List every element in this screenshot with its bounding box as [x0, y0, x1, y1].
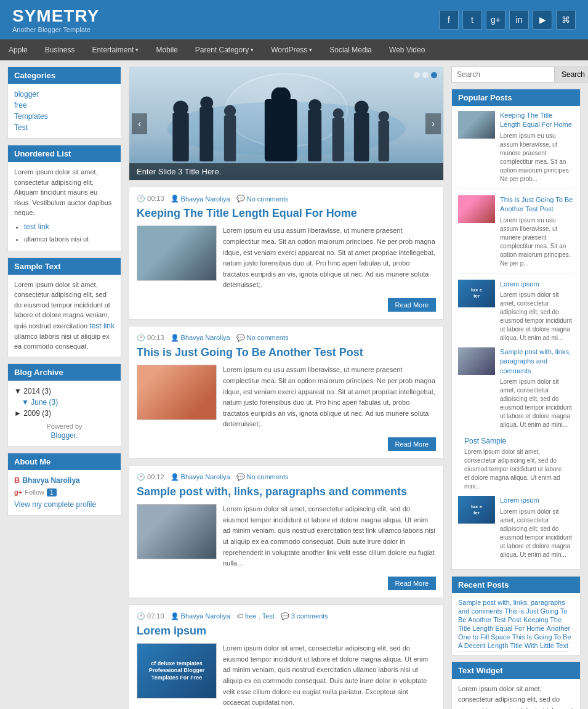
nav-entertaiment[interactable]: Entertaiment ▾: [83, 39, 147, 60]
blog-archive-body: ▼ 2014 (3) ▼ June (3) ► 2009 (3) Powered…: [8, 381, 121, 446]
view-profile-link[interactable]: View my complete profile: [14, 499, 115, 510]
post-2-time: 🕐 00:13: [137, 334, 164, 342]
svg-point-8: [271, 87, 291, 106]
post-4-title-link[interactable]: Lorem ipsum: [137, 625, 206, 637]
follow-count: 1: [47, 488, 57, 496]
post-sample-text: Lorem ipsum dolor sit amet, consectetur …: [464, 448, 568, 491]
lux-content-2: Sample post with, links, paragraphs and …: [500, 347, 574, 429]
post-1-excerpt: Lorem ipsum eu usu assum liberavisse, ut…: [223, 225, 436, 312]
category-blogger[interactable]: blogger: [14, 89, 115, 100]
category-test[interactable]: Test: [14, 122, 115, 133]
nav-apple[interactable]: Apple: [0, 39, 36, 60]
text-widget: Text Widget Lorem ipsum dolor sit amet, …: [451, 662, 581, 709]
slider-next-button[interactable]: ›: [425, 113, 441, 134]
slider-prev-button[interactable]: ‹: [132, 113, 147, 134]
image-slider: ‹ › Enter Slide 3 Title Here.: [129, 67, 444, 180]
svg-point-12: [333, 108, 344, 120]
about-me-title: About Me: [8, 453, 121, 470]
post-3-excerpt: Lorem ipsum dolor sit amet, consectetur …: [223, 504, 436, 590]
popular-post-1-thumb: [458, 111, 495, 139]
post-1: 🕐 00:13 👤 Bhavya Naroliya 💬 No comments …: [129, 187, 444, 320]
slider-dots: [414, 72, 437, 78]
ul-item-1[interactable]: test link: [24, 221, 49, 232]
lux-title-1: Lorem ipsum: [500, 280, 574, 289]
nav-mobile[interactable]: Mobile: [147, 39, 186, 60]
unordered-list-widget: Unordered List Lorem ipsum dolor sit ame…: [7, 145, 121, 251]
slider-dot-2[interactable]: [422, 72, 429, 78]
post-3-meta: 🕐 00:12 👤 Bhavya Naroliya 💬 No comments: [137, 473, 436, 481]
search-input[interactable]: [451, 67, 555, 83]
sidebar-left: Categories blogger free Templates Test U…: [7, 67, 121, 709]
post-1-title-link[interactable]: Keeping The Title Length Equal For Home: [137, 207, 357, 219]
lux-text-3: Lorem ipsum dolor sit amet, consectetur …: [500, 508, 574, 559]
social-icons-bar: f t g+ in ▶ ⌘: [439, 10, 576, 30]
blogger-link[interactable]: Blogger.: [14, 430, 115, 441]
archive-2009[interactable]: ► 2009 (3): [14, 408, 115, 419]
popular-posts-title: Popular Posts: [452, 89, 580, 106]
rss-icon[interactable]: ⌘: [556, 10, 576, 30]
popular-post-2-content: This is Just Going To Be Another Test Po…: [500, 195, 574, 268]
post-2-thumbnail: [137, 365, 217, 420]
search-button[interactable]: Search: [555, 67, 588, 83]
sample-text-left-content: Lorem ipsum dolor sit amet, consectetur …: [14, 280, 115, 352]
post-3: 🕐 00:12 👤 Bhavya Naroliya 💬 No comments …: [129, 465, 444, 598]
youtube-icon[interactable]: ▶: [533, 10, 552, 30]
post-4-body: cf deluxe templatesProfessional BloggerT…: [137, 643, 436, 709]
linkedin-icon[interactable]: in: [509, 10, 529, 30]
nav-social-media[interactable]: Social Media: [321, 39, 381, 60]
post-2-body: Lorem ipsum eu usu assum liberavisse, ut…: [137, 365, 436, 451]
about-me-name-link[interactable]: Bhavya Naroliya: [22, 475, 79, 486]
svg-rect-9: [308, 110, 321, 161]
nav-wordpress[interactable]: WordPress ▾: [262, 39, 321, 60]
archive-june[interactable]: ▼ June (3): [14, 397, 115, 408]
recent-posts-widget: Recent Posts Sample post with, links, pa…: [451, 576, 581, 655]
post-1-meta: 🕐 00:13 👤 Bhavya Naroliya 💬 No comments: [137, 195, 436, 203]
post-1-author: 👤 Bhavya Naroliya: [171, 195, 230, 203]
follow-label: Follow: [25, 488, 44, 496]
about-me-widget: About Me B Bhavya Naroliya g+ Follow 1 V…: [7, 453, 121, 516]
archive-2014[interactable]: ▼ 2014 (3): [14, 386, 115, 397]
unordered-list-text: Lorem ipsum dolor sit amet, consectetur …: [14, 167, 115, 218]
nav-parent-category[interactable]: Parent Category ▾: [187, 39, 262, 60]
nav-business[interactable]: Business: [36, 39, 84, 60]
lux-title-2: Sample post with, links, paragraphs and …: [500, 347, 574, 376]
post-1-read-more[interactable]: Read More: [388, 298, 436, 312]
category-templates[interactable]: Templates: [14, 111, 115, 122]
post-2-title-link[interactable]: This is Just Going To Be Another Test Po…: [137, 346, 363, 359]
post-3-title-link[interactable]: Sample post with, links, paragraphs and …: [137, 485, 407, 498]
twitter-icon[interactable]: t: [462, 10, 482, 30]
slider-dot-3[interactable]: [431, 72, 437, 78]
post-4-thumbnail: cf deluxe templatesProfessional BloggerT…: [137, 643, 217, 699]
lux-text-2: Lorem ipsum dolor sit amet, consectetur …: [500, 378, 574, 429]
post-3-author: 👤 Bhavya Naroliya: [171, 473, 230, 481]
post-2-meta: 🕐 00:13 👤 Bhavya Naroliya 💬 No comments: [137, 334, 436, 342]
sidebar-right: Search Popular Posts Keeping The Title L…: [451, 67, 581, 709]
silhouettes-svg: [129, 87, 443, 161]
svg-rect-15: [378, 121, 389, 161]
blog-archive-widget: Blog Archive ▼ 2014 (3) ▼ June (3) ► 200…: [7, 363, 121, 447]
post-sample-label: Post Sample: [464, 437, 568, 445]
svg-point-16: [378, 111, 389, 122]
powered-by-blogger: Powered by Blogger.: [14, 419, 115, 441]
nav-web-video[interactable]: Web Video: [381, 39, 433, 60]
category-free[interactable]: free: [14, 100, 115, 111]
post-4-comments: 💬 3 comments: [281, 612, 328, 620]
slider-dot-1[interactable]: [414, 72, 420, 78]
post-2-read-more[interactable]: Read More: [388, 437, 436, 451]
popular-posts-body: Keeping The Title Length Equal For Home …: [452, 106, 580, 569]
google-plus-icon[interactable]: g+: [486, 10, 505, 30]
facebook-icon[interactable]: f: [439, 10, 459, 30]
post-3-title: Sample post with, links, paragraphs and …: [137, 485, 436, 499]
unordered-list-title: Unordered List: [8, 145, 121, 162]
post-1-time: 🕐 00:13: [137, 195, 164, 203]
svg-rect-1: [172, 113, 188, 161]
blogger-b-icon: B: [14, 476, 20, 485]
sample-text-left-body: Lorem ipsum dolor sit amet, consectetur …: [8, 275, 121, 357]
sample-text-left-widget: Sample Text Lorem ipsum dolor sit amet, …: [7, 257, 121, 357]
post-2-author: 👤 Bhavya Naroliya: [171, 334, 230, 342]
sample-text-link[interactable]: test link: [89, 320, 115, 331]
post-3-read-more[interactable]: Read More: [388, 577, 436, 590]
lux-item-2: Sample post with, links, paragraphs and …: [458, 347, 574, 429]
text-widget-text1: Lorem ipsum dolor sit amet, consectetur …: [458, 684, 574, 709]
lux-content-3: Lorem ipsum Lorem ipsum dolor sit amet, …: [500, 496, 574, 559]
